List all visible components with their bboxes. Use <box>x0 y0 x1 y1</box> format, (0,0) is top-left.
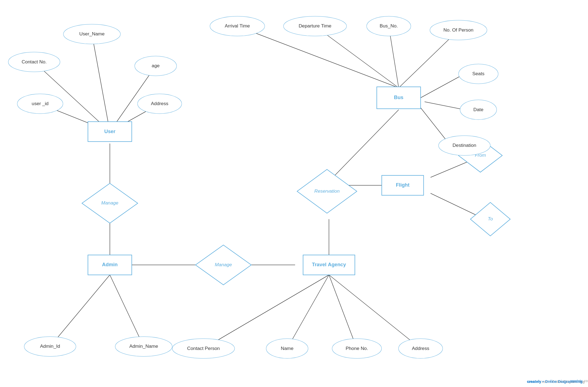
watermark-suffix: • Online Diagramming <box>542 379 583 384</box>
er-diagram-canvas <box>0 0 588 387</box>
watermark: creately • Online Diagramming <box>527 379 583 384</box>
brand-name: creately <box>527 379 541 384</box>
